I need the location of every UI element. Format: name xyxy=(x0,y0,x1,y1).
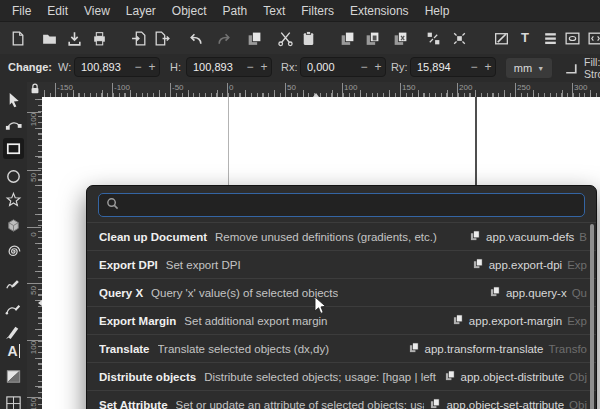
ry-plus-button[interactable]: + xyxy=(481,58,495,76)
ry-input[interactable] xyxy=(411,61,467,73)
unit-dropdown[interactable]: mm ▼ xyxy=(505,57,553,79)
copy-icon[interactable] xyxy=(245,29,263,47)
palette-row-export-margin[interactable]: Export Margin Set additional export marg… xyxy=(87,306,596,334)
row-category: Obj xyxy=(569,371,587,383)
stroke-label: Stro xyxy=(584,68,600,80)
palette-row-export-dpi[interactable]: Export DPI Set export DPI app.export-dpi… xyxy=(87,250,596,278)
horizontal-ruler[interactable]: -150 -100 -50 0 50 100 150 200 250 300 xyxy=(42,82,600,98)
ry-minus-button[interactable]: − xyxy=(467,58,481,76)
menu-extensions[interactable]: Extensions xyxy=(342,0,417,22)
vruler-label: 100 xyxy=(29,341,38,355)
height-label: H: xyxy=(170,61,181,73)
spiral-tool-icon[interactable] xyxy=(3,241,24,262)
menu-path[interactable]: Path xyxy=(215,0,256,22)
row-category: B xyxy=(579,231,587,243)
palette-row-query-x[interactable]: Query X Query 'x' value(s) of selected o… xyxy=(87,278,596,306)
undo-icon[interactable] xyxy=(186,29,204,47)
width-input[interactable] xyxy=(75,61,131,73)
text-dialog-icon[interactable]: T xyxy=(516,29,534,47)
palette-row-translate[interactable]: Translate Translate selected objects (dx… xyxy=(87,334,596,362)
unit-value: mm xyxy=(514,62,532,74)
row-category: Qu xyxy=(572,287,587,299)
pencil-tool-icon[interactable] xyxy=(3,274,24,295)
menu-view[interactable]: View xyxy=(76,0,118,22)
sharp-corners-icon[interactable] xyxy=(562,59,580,77)
vertical-ruler[interactable]: 100 50 0 50 100 150 xyxy=(27,97,43,409)
palette-row-distribute[interactable]: Distribute objects Distribute selected o… xyxy=(87,362,596,390)
vruler-label: 150 xyxy=(29,398,38,409)
menu-help[interactable]: Help xyxy=(417,0,458,22)
paste-icon[interactable] xyxy=(299,29,317,47)
print-icon[interactable] xyxy=(90,29,108,47)
hruler-label: 200 xyxy=(459,83,472,92)
open-document-icon[interactable] xyxy=(40,29,58,47)
rx-minus-button[interactable]: − xyxy=(357,58,371,76)
palette-results-list: Clean up Document Remove unused definiti… xyxy=(87,222,596,409)
redo-icon[interactable] xyxy=(215,29,233,47)
inkscape-window: File Edit View Layer Object Path Text Fi… xyxy=(0,0,600,409)
selector-tool-icon[interactable] xyxy=(3,90,24,111)
create-clone-icon[interactable] xyxy=(363,29,381,47)
ungroup-icon[interactable] xyxy=(450,29,468,47)
height-input[interactable] xyxy=(187,61,243,73)
row-description: Set export DPI xyxy=(166,259,241,271)
calligraphy-tool-icon[interactable] xyxy=(3,321,24,342)
rectangle-tool-icon[interactable] xyxy=(3,138,24,159)
menu-layer[interactable]: Layer xyxy=(118,0,164,22)
menu-filters[interactable]: Filters xyxy=(293,0,342,22)
palette-search-box[interactable] xyxy=(98,193,585,217)
width-plus-button[interactable]: + xyxy=(145,58,159,76)
node-editor-tool-icon[interactable] xyxy=(3,114,24,135)
text-tool-icon[interactable]: A xyxy=(3,340,24,361)
xml-editor-dialog-icon[interactable] xyxy=(586,29,600,47)
palette-vertical-scrollbar[interactable] xyxy=(590,224,594,409)
box-3d-tool-icon[interactable] xyxy=(3,215,24,236)
star-tool-icon[interactable] xyxy=(3,190,24,211)
rx-plus-button[interactable]: + xyxy=(371,58,385,76)
fill-stroke-dialog-icon[interactable] xyxy=(492,29,510,47)
row-category: Exp xyxy=(567,259,587,271)
rx-spinbox[interactable]: − + xyxy=(300,57,386,77)
main-area: A -150 -100 -50 0 50 100 150 200 250 300 xyxy=(0,82,600,409)
layers-dialog-icon[interactable] xyxy=(541,29,559,47)
width-spinbox[interactable]: − + xyxy=(74,57,160,77)
group-icon[interactable] xyxy=(424,29,442,47)
gradient-tool-icon[interactable] xyxy=(3,366,24,387)
row-description: Set additional export margin xyxy=(184,315,327,327)
height-spinbox[interactable]: − + xyxy=(186,57,272,77)
width-minus-button[interactable]: − xyxy=(131,58,145,76)
export-icon[interactable] xyxy=(152,29,170,47)
row-category: Exp xyxy=(567,315,587,327)
row-description: Query 'x' value(s) of selected objects xyxy=(151,287,338,299)
action-icon xyxy=(445,368,456,386)
vruler-label: 0 xyxy=(29,228,38,242)
object-properties-dialog-icon[interactable] xyxy=(563,29,581,47)
height-minus-button[interactable]: − xyxy=(243,58,257,76)
vruler-label: 100 xyxy=(29,113,38,127)
mesh-gradient-tool-icon[interactable] xyxy=(3,394,24,409)
menu-file[interactable]: File xyxy=(4,0,39,22)
import-icon[interactable] xyxy=(130,29,148,47)
row-name: Translate xyxy=(99,343,150,355)
new-document-icon[interactable] xyxy=(8,29,26,47)
ry-spinbox[interactable]: − + xyxy=(410,57,496,77)
cut-icon[interactable] xyxy=(276,29,294,47)
height-plus-button[interactable]: + xyxy=(257,58,271,76)
lock-icon[interactable] xyxy=(29,81,41,99)
fill-stroke-indicator: Fill: Stro xyxy=(584,56,600,80)
duplicate-icon[interactable] xyxy=(338,29,356,47)
row-name: Clean up Document xyxy=(99,231,207,243)
menu-object[interactable]: Object xyxy=(164,0,215,22)
rx-input[interactable] xyxy=(301,61,357,73)
pen-tool-icon[interactable] xyxy=(3,298,24,319)
unlink-clone-icon[interactable] xyxy=(391,29,409,47)
menu-edit[interactable]: Edit xyxy=(39,0,76,22)
palette-row-set-attribute[interactable]: Set Attribute Set or update an attribute… xyxy=(87,390,596,409)
ellipse-tool-icon[interactable] xyxy=(3,166,24,187)
palette-row-vacuum-defs[interactable]: Clean up Document Remove unused definiti… xyxy=(87,223,596,250)
action-icon xyxy=(473,256,484,274)
save-document-icon[interactable] xyxy=(65,29,83,47)
palette-search-input[interactable] xyxy=(125,197,577,213)
menu-text[interactable]: Text xyxy=(255,0,293,22)
row-name: Set Attribute xyxy=(99,399,168,409)
